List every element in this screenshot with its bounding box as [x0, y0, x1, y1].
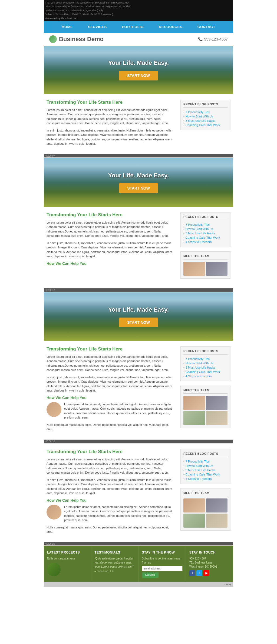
main-body-1a: Lorem ipsum dolor sit amet, consectetuer… — [47, 108, 175, 126]
main-content-3: Transforming Your Life Starts Here Lorem… — [44, 341, 233, 440]
sidebar-item-3-3[interactable]: 3 Must Use Life Hacks — [183, 365, 227, 370]
sidebar-item-2-2[interactable]: How to Start With Us — [183, 227, 227, 231]
nav-contact[interactable]: CONTACT — [190, 21, 223, 33]
footer-newsletter-title: STAY IN THE KNOW — [142, 551, 183, 554]
nav-portfolio[interactable]: PORTFOLIO — [114, 21, 151, 33]
main-body-4a: Lorem ipsum dolor sit amet, consectetuer… — [47, 457, 175, 475]
help-section-3: Lorem ipsum dolor sit amet, consectetuer… — [47, 402, 175, 420]
page-block-2: Your Life. Made Easy. START NOW Transfor… — [44, 158, 233, 292]
recent-posts-list-1: 7 Productivity Tips How to Start With Us… — [183, 110, 227, 127]
team-grid-4 — [183, 498, 227, 528]
recent-posts-list-4: 7 Productivity Tips How to Start With Us… — [183, 459, 227, 481]
phone-area: 📞 959-123-4567 — [198, 37, 228, 41]
recent-posts-1: RECENT BLOG POSTS 7 Productivity Tips Ho… — [180, 100, 230, 130]
team-box-3: MEET THE TEAM — [180, 386, 230, 428]
main-section-title-1: Transforming Your Life Starts Here — [47, 100, 175, 105]
youtube-icon[interactable]: ▶ — [203, 570, 209, 576]
help-section-4: Lorem ipsum dolor sit amet, consectetuer… — [47, 505, 175, 522]
nav-services[interactable]: SERVICES — [80, 21, 114, 33]
social-icons: f t ▶ — [189, 570, 230, 576]
sidebar-item-4[interactable]: Coaching Calls That Work — [183, 123, 227, 127]
content-left-4: Transforming Your Life Starts Here Lorem… — [47, 449, 180, 537]
sidebar-item-4-1[interactable]: 7 Productivity Tips — [183, 459, 227, 464]
hero-title-1: Your Life. Made Easy. — [108, 59, 169, 66]
footer-col-contact: STAY IN TOUCH 959-123-4567 751 Business … — [186, 546, 233, 582]
footer-col-projects: LATEST PROJECTS Nulla consequat massa — [44, 546, 91, 582]
recent-posts-title-2: RECENT BLOG POSTS — [183, 215, 227, 220]
sidebar-item-3-1[interactable]: 7 Productivity Tips — [183, 357, 227, 361]
recent-posts-title-4: RECENT BLOG POSTS — [183, 452, 227, 457]
team-photo-4-3 — [183, 514, 205, 528]
newsletter-email-input[interactable] — [142, 566, 183, 571]
footer-address1: 751 Business Lane — [189, 561, 230, 565]
hero-background-1 — [44, 46, 233, 94]
sidebar-item-4-5[interactable]: 4 Steps to Freedom — [183, 477, 227, 481]
sidebar-item-3-4[interactable]: Coaching Calls That Work — [183, 370, 227, 374]
phone-number: 959-123-4567 — [204, 37, 228, 41]
footer-col-testimonials: TESTIMONIALS "Quis enim donec pede, frin… — [91, 546, 138, 582]
hero-cta-3[interactable]: START NOW — [119, 318, 158, 327]
footer-phone: 959-123-4567 — [189, 557, 230, 561]
sidebar-item-2-3[interactable]: 3 Must Use Life Hacks — [183, 231, 227, 235]
sidebar-item-3[interactable]: 3 Must Use Life Hacks — [183, 119, 227, 123]
team-title-3: MEET THE TEAM — [183, 389, 227, 394]
footer-projects-text: Nulla consequat massa — [47, 557, 88, 561]
team-photo-4-4 — [206, 514, 228, 528]
hero-title-2: Your Life. Made Easy. — [108, 172, 169, 179]
main-section-title-4: Transforming Your Life Starts Here — [47, 449, 175, 454]
sidebar-item-2-4[interactable]: Coaching Calls That Work — [183, 235, 227, 240]
team-photo-2-2 — [206, 262, 228, 276]
logo-area: Business Demo — [49, 35, 104, 43]
main-body-1b: In enim justo, rhoncus ut, imperdiet a, … — [47, 128, 175, 146]
nav-home[interactable]: HOME — [54, 21, 80, 33]
help-text-4: Lorem ipsum dolor sit amet, consectetuer… — [64, 505, 175, 522]
main-content-4: Transforming Your Life Starts Here Lorem… — [44, 444, 233, 542]
hero-section-1: Your Life. Made Easy. START NOW — [44, 46, 233, 94]
info-bar-4: 00:00:25 — [44, 542, 233, 545]
hero-cta-2[interactable]: START NOW — [119, 183, 158, 193]
sidebar-item-2-5[interactable]: 4 Steps to Freedom — [183, 240, 227, 244]
sidebar-item-4-3[interactable]: 3 Must Use Life Hacks — [183, 468, 227, 472]
footer-quote: "Quis enim donec pede, fringilla vel, al… — [94, 557, 135, 569]
footer-author: – John Doe, TX — [94, 570, 135, 573]
twitter-icon[interactable]: t — [196, 570, 202, 576]
nav-resources[interactable]: RESOURCES — [151, 21, 190, 33]
hero-title-3: Your Life. Made Easy. — [108, 306, 169, 313]
sidebar-item-4-4[interactable]: Coaching Calls That Work — [183, 472, 227, 477]
main-body-2a: Lorem ipsum dolor sit amet, consectetuer… — [47, 220, 175, 238]
sidebar-item-4-2[interactable]: How to Start With Us — [183, 464, 227, 468]
content-right-4: RECENT BLOG POSTS 7 Productivity Tips Ho… — [180, 449, 230, 537]
recent-posts-2: RECENT BLOG POSTS 7 Productivity Tips Ho… — [180, 212, 230, 247]
team-box-2: MEET THE TEAM — [180, 251, 230, 279]
main-content-1: Transforming Your Life Starts Here Lorem… — [44, 94, 233, 154]
footer-testimonials-title: TESTIMONIALS — [94, 551, 135, 554]
content-left-1: Transforming Your Life Starts Here Lorem… — [47, 100, 180, 149]
sidebar-item-1[interactable]: 7 Productivity Tips — [183, 110, 227, 114]
team-grid-3 — [183, 396, 227, 425]
sidebar-item-3-2[interactable]: How to Start With Us — [183, 361, 227, 365]
footer-col-newsletter: STAY IN THE KNOW Subscribe to get the la… — [139, 546, 186, 582]
footer-projects-title: LATEST PROJECTS — [47, 551, 88, 554]
main-section-title-3: Transforming Your Life Starts Here — [47, 346, 175, 352]
footer-logo — [47, 563, 61, 576]
main-section-title-2: Transforming Your Life Starts Here — [47, 212, 175, 218]
team-photo-4-2 — [206, 498, 228, 512]
facebook-icon[interactable]: f — [189, 570, 195, 576]
newsletter-submit-button[interactable]: SUBMIT — [142, 572, 159, 578]
hero-cta-1[interactable]: START NOW — [119, 71, 158, 80]
info-bar-1: 00:00:07 — [44, 154, 233, 157]
help-text-3: Lorem ipsum dolor sit amet, consectetuer… — [64, 402, 175, 420]
phone-icon: 📞 — [198, 37, 203, 41]
content-right-2: RECENT BLOG POSTS 7 Productivity Tips Ho… — [180, 212, 230, 283]
footer-address2: Washington, DC 20001 — [189, 565, 230, 569]
recent-posts-3: RECENT BLOG POSTS 7 Productivity Tips Ho… — [180, 346, 230, 381]
sidebar-item-2-1[interactable]: 7 Productivity Tips — [183, 222, 227, 227]
recent-posts-list-2: 7 Productivity Tips How to Start With Us… — [183, 222, 227, 244]
main-nav: HOME SERVICES PORTFOLIO RESOURCES CONTAC… — [44, 21, 233, 33]
team-box-4: MEET THE TEAM — [180, 488, 230, 531]
help-avatar-4 — [47, 505, 61, 520]
main-body-4b: In enim justo, rhoncus ut, imperdiet a, … — [47, 478, 175, 495]
sidebar-item-2[interactable]: How to Start With Us — [183, 114, 227, 119]
sidebar-item-3-5[interactable]: 4 Steps to Freedom — [183, 374, 227, 378]
info-bar-2: 00:00:12 — [44, 288, 233, 292]
